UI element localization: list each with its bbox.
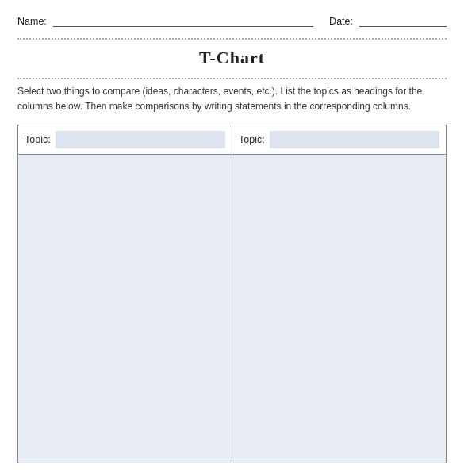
tchart-body-left[interactable] bbox=[18, 155, 232, 463]
topic-right-input[interactable] bbox=[270, 131, 439, 148]
date-label: Date: bbox=[329, 16, 353, 27]
page: Name: Date: T-Chart Select two things to… bbox=[0, 0, 464, 476]
topic-left-input[interactable] bbox=[56, 131, 225, 148]
tchart-header-row: Topic: Topic: bbox=[18, 125, 446, 155]
header-row: Name: Date: bbox=[17, 14, 447, 27]
tchart-body-row bbox=[18, 155, 446, 463]
topic-right-label: Topic: bbox=[239, 134, 265, 145]
top-divider bbox=[17, 38, 447, 40]
instructions-text: Select two things to compare (ideas, cha… bbox=[17, 84, 447, 113]
topic-left-cell: Topic: bbox=[18, 125, 232, 154]
tchart-container: Topic: Topic: bbox=[17, 125, 447, 463]
name-label: Name: bbox=[17, 16, 47, 27]
name-line bbox=[53, 14, 313, 27]
bottom-title-divider bbox=[17, 78, 447, 79]
topic-right-cell: Topic: bbox=[232, 125, 446, 154]
topic-left-label: Topic: bbox=[25, 134, 51, 145]
date-line bbox=[359, 14, 447, 27]
tchart-body-right[interactable] bbox=[232, 155, 446, 463]
chart-title: T-Chart bbox=[17, 48, 447, 68]
